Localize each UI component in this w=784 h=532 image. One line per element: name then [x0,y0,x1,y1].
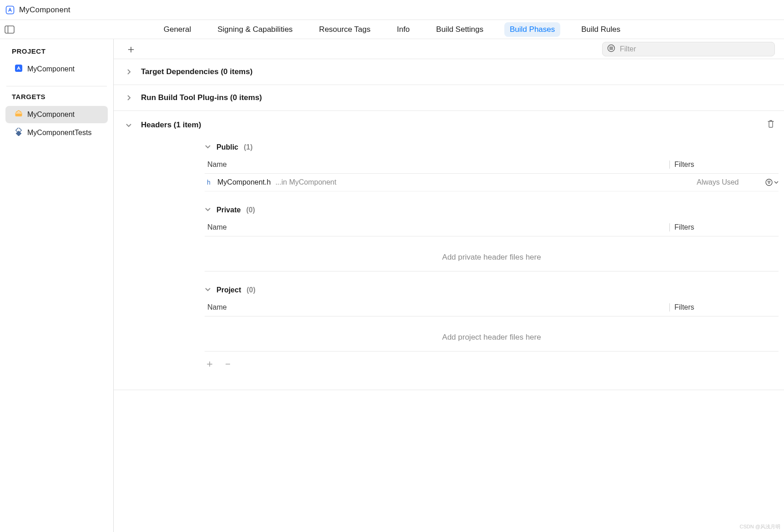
sidebar-item-target-mycomponent[interactable]: MyComponent [5,106,108,123]
delete-phase-icon[interactable] [767,119,775,130]
chevron-down-icon [123,122,135,128]
tab-resource-tags[interactable]: Resource Tags [314,22,376,37]
sidebar-divider [6,86,107,86]
phase-header-build-tool-plugins[interactable]: Run Build Tool Plug-ins (0 items) [114,85,784,110]
project-sidebar: PROJECT MyComponent TARGETS MyComponent … [0,39,114,532]
group-count: (0) [246,286,256,294]
file-name: MyComponent.h [215,178,271,186]
group-label: Project [216,286,241,294]
sidebar-section-targets: TARGETS [0,93,113,100]
phase-header-target-dependencies[interactable]: Target Dependencies (0 items) [114,59,784,85]
column-filters: Filters [669,161,779,169]
filter-field[interactable] [602,42,775,56]
headers-group-project: Project (0) Name Filters Add project hea… [205,281,779,371]
chevron-down-icon [205,206,211,214]
phase-count: (1 item) [174,120,201,129]
chevron-down-icon [205,143,211,151]
phase-target-dependencies: Target Dependencies (0 items) [114,59,784,85]
chevron-down-icon [774,180,779,185]
column-name: Name [205,303,669,311]
phase-headers: Headers (1 item) Public (1) [114,111,784,390]
phase-title: Headers [141,120,171,129]
phase-count: (0 items) [221,67,252,76]
sidebar-item-label: MyComponentTests [27,129,91,137]
group-header-private[interactable]: Private (0) [205,201,779,219]
column-filters: Filters [669,223,779,231]
column-headers: Name Filters [205,299,779,316]
filter-input[interactable] [619,45,770,54]
sidebar-section-project: PROJECT [0,47,113,55]
add-phase-button[interactable]: ＋ [123,43,139,55]
filter-settings-icon[interactable] [607,44,615,54]
tab-signing[interactable]: Signing & Capabilities [212,22,298,37]
group-label: Public [216,143,238,151]
headers-group-public: Public (1) Name Filters h MyComponent.h [205,139,779,191]
title-bar: MyComponent [0,0,784,20]
svg-rect-3 [15,65,22,72]
add-file-button[interactable]: ＋ [205,357,215,371]
editor-tabs: General Signing & Capabilities Resource … [0,20,784,39]
group-label: Private [216,206,241,214]
column-filters: Filters [669,303,779,311]
sidebar-toggle-icon[interactable] [5,25,15,34]
filter-control[interactable] [765,178,779,186]
chevron-right-icon [123,95,135,101]
main-pane: ＋ Target Dependencies (0 items) [114,39,784,532]
header-file-row[interactable]: h MyComponent.h ...in MyComponent Always… [205,174,779,191]
phase-build-tool-plugins: Run Build Tool Plug-ins (0 items) [114,85,784,111]
column-name: Name [205,161,669,169]
sidebar-item-project[interactable]: MyComponent [5,60,108,78]
tests-icon [15,128,23,138]
project-icon [15,64,23,74]
framework-icon [15,110,23,120]
svg-rect-1 [5,26,14,33]
chevron-right-icon [123,69,135,75]
column-name: Name [205,223,669,231]
tab-build-rules[interactable]: Build Rules [576,22,626,37]
tab-build-settings[interactable]: Build Settings [431,22,489,37]
chevron-down-icon [205,286,211,294]
header-file-icon: h [205,178,215,186]
sidebar-item-target-mycomponenttests[interactable]: MyComponentTests [5,124,108,141]
remove-file-button[interactable]: － [223,357,233,371]
group-header-public[interactable]: Public (1) [205,139,779,156]
svg-text:h: h [207,179,211,186]
phases-toolbar: ＋ [114,39,784,59]
tab-build-phases[interactable]: Build Phases [504,22,560,37]
sidebar-item-label: MyComponent [27,110,75,119]
svg-rect-5 [16,113,22,113]
column-headers: Name Filters [205,156,779,174]
column-headers: Name Filters [205,219,779,236]
watermark: CSDN @风浅月明 [740,523,780,530]
tab-general[interactable]: General [158,22,196,37]
phase-title: Target Dependencies [141,67,219,76]
phase-count: (0 items) [230,93,262,102]
filter-value: Always Used [697,178,765,186]
svg-rect-0 [6,6,14,14]
group-count: (1) [244,143,253,151]
sidebar-item-label: MyComponent [27,65,75,73]
tab-info[interactable]: Info [392,22,415,37]
window-title: MyComponent [19,5,70,15]
group-header-project[interactable]: Project (0) [205,281,779,299]
empty-placeholder: Add project header files here [205,316,779,351]
app-icon [5,5,15,15]
group-count: (0) [246,206,255,214]
phase-header-headers[interactable]: Headers (1 item) [114,111,784,139]
phase-title: Run Build Tool Plug-ins [141,93,228,102]
empty-placeholder: Add private header files here [205,236,779,271]
headers-group-private: Private (0) Name Filters Add private hea… [205,201,779,271]
file-path: ...in MyComponent [271,178,336,186]
